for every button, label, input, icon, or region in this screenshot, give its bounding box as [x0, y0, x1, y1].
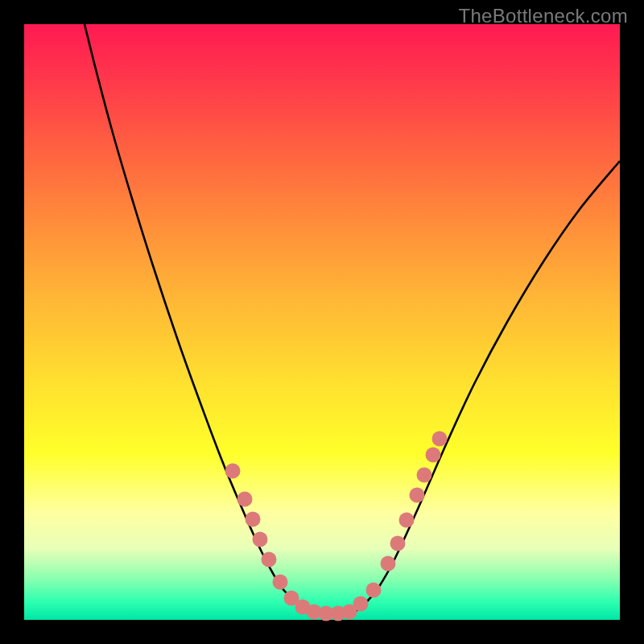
curve-dot	[253, 532, 268, 547]
curve-dot	[353, 597, 369, 612]
curve-dot	[225, 464, 241, 479]
curve-dot	[262, 552, 277, 568]
chart-frame: TheBottleneck.com	[0, 0, 644, 644]
curve-dot	[246, 512, 261, 527]
curve-dot	[237, 492, 253, 507]
curve-dot	[417, 468, 432, 483]
curve-dot	[410, 488, 425, 503]
curve-dot	[426, 448, 441, 463]
curve-dot	[366, 583, 382, 598]
bottleneck-curve	[85, 24, 620, 613]
curve-dot	[390, 536, 406, 551]
curve-dot	[432, 431, 448, 447]
plot-area	[24, 24, 620, 620]
curve-dot	[381, 556, 396, 572]
curve-dot	[273, 575, 288, 590]
curve-svg	[24, 24, 620, 620]
curve-dots-group	[225, 431, 448, 621]
curve-dot	[399, 513, 415, 528]
